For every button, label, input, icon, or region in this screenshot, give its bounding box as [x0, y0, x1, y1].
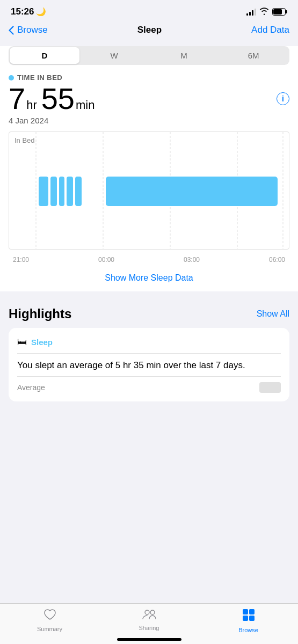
hours-unit: hr: [26, 98, 37, 112]
svg-rect-12: [75, 177, 82, 206]
tab-sixmonth[interactable]: 6M: [219, 47, 288, 64]
x-label-0000: 00:00: [98, 256, 114, 264]
period-tabs: D W M 6M: [9, 46, 289, 65]
sleep-category-label: TIME IN BED: [17, 74, 62, 82]
signal-icon: [246, 8, 256, 16]
battery-icon: [272, 8, 287, 16]
sleep-dot-indicator: [9, 75, 14, 80]
svg-rect-18: [243, 616, 248, 621]
browse-tab-label: Browse: [238, 627, 258, 633]
highlights-section: Highlights Show All 🛏 Sleep You slept an…: [0, 298, 298, 401]
sharing-icon: [142, 608, 157, 623]
highlight-card-body: You slept an average of 5 hr 35 min over…: [17, 359, 281, 372]
svg-rect-19: [249, 616, 255, 621]
sleep-hours: 7: [9, 84, 25, 114]
minutes-unit: min: [76, 98, 95, 112]
tab-month[interactable]: M: [149, 47, 219, 64]
svg-rect-11: [67, 177, 73, 206]
tab-week[interactable]: W: [79, 47, 149, 64]
highlight-card-title: Sleep: [31, 338, 53, 347]
status-bar: 15:26 🌙: [0, 0, 298, 20]
average-chart-placeholder: [259, 382, 281, 393]
home-indicator: [117, 638, 181, 641]
highlights-header: Highlights Show All: [9, 306, 289, 321]
x-label-2100: 21:00: [13, 256, 29, 264]
tab-day[interactable]: D: [10, 47, 79, 64]
x-label-0600: 06:00: [269, 256, 285, 264]
status-time: 15:26: [11, 6, 34, 17]
average-label: Average: [17, 383, 45, 392]
svg-rect-10: [59, 177, 64, 206]
svg-point-14: [145, 610, 149, 614]
sleep-minutes: 55: [41, 84, 75, 114]
wifi-icon: [259, 8, 269, 17]
nav-header: Browse Sleep Add Data: [0, 20, 298, 42]
info-button[interactable]: i: [277, 92, 289, 105]
svg-rect-17: [249, 609, 255, 614]
info-icon: i: [277, 92, 289, 105]
average-row: Average: [17, 376, 281, 393]
sleep-label-row: TIME IN BED: [9, 74, 289, 82]
tab-browse[interactable]: Browse: [199, 608, 298, 633]
sleep-duration-row: 7 hr 55 min i: [9, 84, 289, 114]
main-content: D W M 6M TIME IN BED 7 hr 55 min i 4 Jan…: [0, 46, 298, 291]
tab-sharing[interactable]: Sharing: [99, 608, 199, 633]
summary-tab-label: Summary: [37, 626, 62, 632]
sharing-tab-label: Sharing: [139, 625, 159, 631]
highlights-title: Highlights: [9, 306, 71, 321]
sleep-data-section: TIME IN BED 7 hr 55 min i 4 Jan 2024: [0, 74, 298, 125]
summary-icon: [43, 608, 57, 624]
show-more-button[interactable]: Show More Sleep Data: [0, 265, 298, 291]
highlight-card-divider: [17, 353, 281, 354]
sleep-chart: In Bed: [9, 131, 289, 250]
svg-rect-1: [286, 10, 287, 13]
status-icons: [246, 8, 287, 17]
chart-grid: [9, 132, 289, 249]
highlight-card-header: 🛏 Sleep: [17, 336, 281, 348]
moon-icon: 🌙: [36, 7, 46, 17]
page-title: Sleep: [137, 25, 162, 35]
browse-icon: [242, 608, 256, 625]
svg-point-15: [150, 610, 155, 614]
bed-icon: 🛏: [17, 336, 27, 348]
highlight-card: 🛏 Sleep You slept an average of 5 hr 35 …: [9, 328, 289, 401]
section-divider: [0, 291, 298, 298]
show-more-label: Show More Sleep Data: [105, 273, 193, 282]
tab-summary[interactable]: Summary: [0, 608, 99, 633]
chart-x-labels: 21:00 00:00 03:00 06:00: [9, 254, 289, 265]
svg-rect-16: [243, 609, 248, 614]
x-label-0300: 03:00: [184, 256, 200, 264]
svg-rect-9: [50, 177, 57, 206]
back-button[interactable]: Browse: [9, 25, 48, 35]
add-data-button[interactable]: Add Data: [251, 25, 289, 35]
sleep-date: 4 Jan 2024: [9, 116, 289, 125]
svg-rect-8: [39, 177, 48, 206]
svg-rect-2: [273, 9, 282, 14]
show-all-button[interactable]: Show All: [257, 309, 289, 319]
svg-rect-13: [106, 177, 278, 206]
back-label: Browse: [17, 25, 48, 35]
